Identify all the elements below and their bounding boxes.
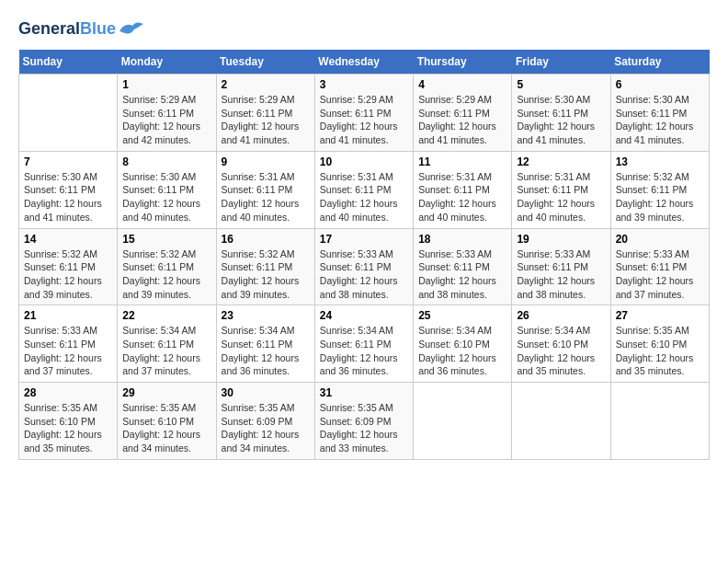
day-number: 1 — [122, 78, 210, 91]
calendar-cell: 27Sunrise: 5:35 AMSunset: 6:10 PMDayligh… — [610, 305, 709, 383]
day-info: Sunrise: 5:34 AMSunset: 6:11 PMDaylight:… — [122, 324, 210, 378]
calendar-cell: 13Sunrise: 5:32 AMSunset: 6:11 PMDayligh… — [610, 151, 709, 228]
day-number: 8 — [122, 155, 210, 168]
calendar-cell: 25Sunrise: 5:34 AMSunset: 6:10 PMDayligh… — [414, 305, 512, 383]
day-number: 22 — [122, 309, 210, 322]
day-number: 27 — [616, 309, 704, 322]
calendar-cell: 19Sunrise: 5:33 AMSunset: 6:11 PMDayligh… — [512, 228, 610, 305]
page-header: GeneralBlue — [18, 18, 710, 40]
calendar-cell: 15Sunrise: 5:32 AMSunset: 6:11 PMDayligh… — [118, 228, 216, 305]
day-number: 28 — [24, 386, 112, 399]
calendar-cell: 6Sunrise: 5:30 AMSunset: 6:11 PMDaylight… — [610, 75, 709, 152]
day-number: 21 — [24, 309, 112, 322]
day-header-wednesday: Wednesday — [314, 50, 413, 75]
day-number: 16 — [222, 233, 310, 246]
day-number: 24 — [320, 309, 408, 322]
calendar-week-row: 7Sunrise: 5:30 AMSunset: 6:11 PMDaylight… — [19, 151, 710, 228]
day-info: Sunrise: 5:31 AMSunset: 6:11 PMDaylight:… — [320, 170, 408, 224]
calendar-cell — [610, 383, 709, 460]
calendar-cell: 8Sunrise: 5:30 AMSunset: 6:11 PMDaylight… — [118, 151, 216, 228]
day-info: Sunrise: 5:29 AMSunset: 6:11 PMDaylight:… — [320, 93, 408, 147]
day-number: 18 — [418, 233, 506, 246]
day-number: 13 — [616, 155, 704, 168]
calendar-cell: 4Sunrise: 5:29 AMSunset: 6:11 PMDaylight… — [414, 75, 512, 152]
calendar-cell: 31Sunrise: 5:35 AMSunset: 6:09 PMDayligh… — [314, 383, 413, 460]
day-header-sunday: Sunday — [19, 50, 118, 75]
day-number: 31 — [320, 386, 408, 399]
day-info: Sunrise: 5:34 AMSunset: 6:11 PMDaylight:… — [222, 324, 310, 378]
calendar-cell — [19, 75, 118, 152]
day-number: 30 — [222, 386, 310, 399]
calendar-cell: 17Sunrise: 5:33 AMSunset: 6:11 PMDayligh… — [314, 228, 413, 305]
calendar-cell: 23Sunrise: 5:34 AMSunset: 6:11 PMDayligh… — [216, 305, 314, 383]
calendar-cell: 5Sunrise: 5:30 AMSunset: 6:11 PMDaylight… — [512, 75, 610, 152]
calendar-cell: 12Sunrise: 5:31 AMSunset: 6:11 PMDayligh… — [512, 151, 610, 228]
logo: GeneralBlue — [18, 18, 145, 40]
day-number: 14 — [24, 233, 112, 246]
day-info: Sunrise: 5:30 AMSunset: 6:11 PMDaylight:… — [517, 93, 605, 147]
day-number: 23 — [222, 309, 310, 322]
day-info: Sunrise: 5:35 AMSunset: 6:09 PMDaylight:… — [320, 401, 408, 455]
calendar-header-row: SundayMondayTuesdayWednesdayThursdayFrid… — [19, 50, 710, 75]
calendar-cell: 28Sunrise: 5:35 AMSunset: 6:10 PMDayligh… — [19, 383, 118, 460]
calendar-cell: 16Sunrise: 5:32 AMSunset: 6:11 PMDayligh… — [216, 228, 314, 305]
day-number: 29 — [122, 386, 210, 399]
day-number: 20 — [616, 233, 704, 246]
day-number: 2 — [222, 78, 310, 91]
calendar-cell: 21Sunrise: 5:33 AMSunset: 6:11 PMDayligh… — [19, 305, 118, 383]
day-number: 12 — [517, 155, 605, 168]
calendar-table: SundayMondayTuesdayWednesdayThursdayFrid… — [18, 50, 710, 460]
day-info: Sunrise: 5:35 AMSunset: 6:10 PMDaylight:… — [616, 324, 704, 378]
calendar-cell: 9Sunrise: 5:31 AMSunset: 6:11 PMDaylight… — [216, 151, 314, 228]
calendar-cell: 10Sunrise: 5:31 AMSunset: 6:11 PMDayligh… — [314, 151, 413, 228]
day-info: Sunrise: 5:31 AMSunset: 6:11 PMDaylight:… — [418, 170, 506, 224]
day-header-thursday: Thursday — [414, 50, 512, 75]
calendar-cell: 3Sunrise: 5:29 AMSunset: 6:11 PMDaylight… — [314, 75, 413, 152]
calendar-cell: 26Sunrise: 5:34 AMSunset: 6:10 PMDayligh… — [512, 305, 610, 383]
day-number: 3 — [320, 78, 408, 91]
calendar-cell: 1Sunrise: 5:29 AMSunset: 6:11 PMDaylight… — [118, 75, 216, 152]
day-info: Sunrise: 5:29 AMSunset: 6:11 PMDaylight:… — [418, 93, 506, 147]
day-info: Sunrise: 5:29 AMSunset: 6:11 PMDaylight:… — [122, 93, 210, 147]
calendar-cell: 14Sunrise: 5:32 AMSunset: 6:11 PMDayligh… — [19, 228, 118, 305]
day-info: Sunrise: 5:30 AMSunset: 6:11 PMDaylight:… — [122, 170, 210, 224]
day-info: Sunrise: 5:32 AMSunset: 6:11 PMDaylight:… — [616, 170, 704, 224]
day-number: 6 — [616, 78, 704, 91]
day-header-friday: Friday — [512, 50, 610, 75]
calendar-cell: 30Sunrise: 5:35 AMSunset: 6:09 PMDayligh… — [216, 383, 314, 460]
day-info: Sunrise: 5:35 AMSunset: 6:10 PMDaylight:… — [24, 401, 112, 455]
calendar-cell: 18Sunrise: 5:33 AMSunset: 6:11 PMDayligh… — [414, 228, 512, 305]
day-info: Sunrise: 5:29 AMSunset: 6:11 PMDaylight:… — [222, 93, 310, 147]
day-info: Sunrise: 5:32 AMSunset: 6:11 PMDaylight:… — [24, 247, 112, 302]
day-info: Sunrise: 5:35 AMSunset: 6:10 PMDaylight:… — [122, 401, 210, 455]
calendar-cell — [512, 383, 610, 460]
day-info: Sunrise: 5:33 AMSunset: 6:11 PMDaylight:… — [320, 247, 408, 302]
day-info: Sunrise: 5:30 AMSunset: 6:11 PMDaylight:… — [616, 93, 704, 147]
logo-bird-icon — [118, 18, 145, 40]
day-info: Sunrise: 5:33 AMSunset: 6:11 PMDaylight:… — [24, 324, 112, 378]
calendar-cell: 29Sunrise: 5:35 AMSunset: 6:10 PMDayligh… — [118, 383, 216, 460]
day-info: Sunrise: 5:31 AMSunset: 6:11 PMDaylight:… — [222, 170, 310, 224]
calendar-week-row: 1Sunrise: 5:29 AMSunset: 6:11 PMDaylight… — [19, 75, 710, 152]
day-info: Sunrise: 5:33 AMSunset: 6:11 PMDaylight:… — [418, 247, 506, 302]
day-number: 26 — [517, 309, 605, 322]
day-info: Sunrise: 5:34 AMSunset: 6:10 PMDaylight:… — [418, 324, 506, 378]
day-info: Sunrise: 5:33 AMSunset: 6:11 PMDaylight:… — [616, 247, 704, 302]
calendar-cell: 20Sunrise: 5:33 AMSunset: 6:11 PMDayligh… — [610, 228, 709, 305]
logo-text: GeneralBlue — [18, 20, 116, 39]
day-number: 11 — [418, 155, 506, 168]
day-number: 9 — [222, 155, 310, 168]
calendar-cell: 24Sunrise: 5:34 AMSunset: 6:11 PMDayligh… — [314, 305, 413, 383]
day-header-saturday: Saturday — [610, 50, 709, 75]
day-info: Sunrise: 5:34 AMSunset: 6:11 PMDaylight:… — [320, 324, 408, 378]
calendar-week-row: 21Sunrise: 5:33 AMSunset: 6:11 PMDayligh… — [19, 305, 710, 383]
day-info: Sunrise: 5:34 AMSunset: 6:10 PMDaylight:… — [517, 324, 605, 378]
day-number: 19 — [517, 233, 605, 246]
day-info: Sunrise: 5:30 AMSunset: 6:11 PMDaylight:… — [24, 170, 112, 224]
day-number: 17 — [320, 233, 408, 246]
day-number: 4 — [418, 78, 506, 91]
day-info: Sunrise: 5:35 AMSunset: 6:09 PMDaylight:… — [222, 401, 310, 455]
day-info: Sunrise: 5:33 AMSunset: 6:11 PMDaylight:… — [517, 247, 605, 302]
day-header-tuesday: Tuesday — [216, 50, 314, 75]
calendar-cell: 7Sunrise: 5:30 AMSunset: 6:11 PMDaylight… — [19, 151, 118, 228]
